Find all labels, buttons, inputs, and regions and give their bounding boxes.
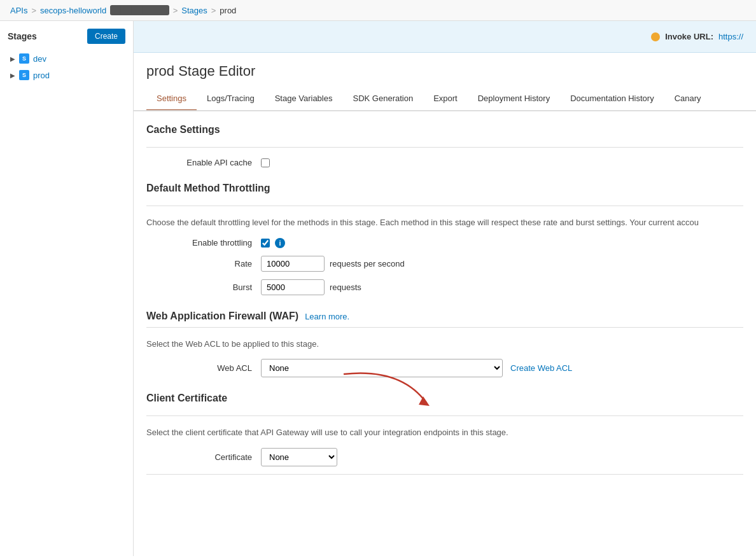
sidebar-label-prod: prod [33, 71, 50, 80]
sidebar-item-prod[interactable]: ▶ S prod [0, 67, 133, 83]
sidebar-icon-dev: S [19, 53, 29, 64]
web-acl-select[interactable]: None [261, 359, 503, 377]
tab-logs-tracing[interactable]: Logs/Tracing [197, 87, 265, 111]
breadcrumb-stages[interactable]: Stages [181, 6, 207, 15]
throttling-divider [146, 206, 743, 206]
waf-title: Web Application Firewall (WAF) [146, 310, 298, 322]
enable-api-cache-control [261, 158, 270, 167]
tab-export[interactable]: Export [423, 87, 468, 111]
cache-settings-section: Cache Settings Enable API cache [146, 124, 743, 167]
breadcrumb-api-name[interactable]: secops-helloworld [40, 6, 106, 15]
enable-throttling-control: i [261, 238, 285, 248]
invoke-url-link[interactable]: https:// [718, 32, 743, 41]
certificate-row: Certificate None [146, 448, 743, 466]
certificate-bottom-divider [146, 474, 743, 475]
sidebar: Stages Create ▶ S dev ▶ S prod [0, 21, 134, 556]
breadcrumb-apis[interactable]: APIs [10, 6, 27, 15]
certificate-control: None [261, 448, 337, 466]
waf-header: Web Application Firewall (WAF) Learn mor… [146, 310, 743, 322]
certificate-label: Certificate [146, 452, 261, 462]
tab-deployment-history[interactable]: Deployment History [468, 87, 560, 111]
burst-input[interactable]: 5000 [261, 279, 325, 295]
enable-api-cache-label: Enable API cache [146, 158, 261, 167]
main-content: Invoke URL: https:// prod Stage Editor S… [134, 21, 756, 556]
burst-unit: requests [330, 282, 361, 292]
waf-section: Web Application Firewall (WAF) Learn mor… [146, 310, 743, 378]
web-acl-label: Web ACL [146, 363, 261, 373]
burst-row: Burst 5000 requests [146, 279, 743, 295]
sidebar-item-dev[interactable]: ▶ S dev [0, 50, 133, 67]
web-acl-row: Web ACL None Create Web ACL [146, 359, 743, 377]
rate-control: 10000 requests per second [261, 256, 405, 272]
enable-throttling-label: Enable throttling [146, 238, 261, 248]
waf-description: Select the Web ACL to be applied to this… [146, 338, 743, 351]
burst-control: 5000 requests [261, 279, 361, 295]
content-area: Cache Settings Enable API cache Default … [134, 111, 756, 503]
rate-unit: requests per second [330, 259, 405, 269]
sidebar-arrow-dev: ▶ [10, 55, 15, 62]
sidebar-label-dev: dev [33, 54, 46, 64]
throttling-info-icon[interactable]: i [275, 238, 285, 248]
invoke-banner: Invoke URL: https:// [134, 21, 756, 53]
enable-api-cache-row: Enable API cache [146, 158, 743, 167]
sidebar-header: Stages Create [0, 29, 133, 50]
rate-input[interactable]: 10000 [261, 256, 325, 272]
certificate-divider [146, 415, 743, 416]
breadcrumb-bar: APIs > secops-helloworld █████████ > Sta… [0, 0, 756, 21]
tab-canary[interactable]: Canary [664, 87, 711, 111]
tab-stage-variables[interactable]: Stage Variables [265, 87, 343, 111]
tab-documentation-history[interactable]: Documentation History [560, 87, 664, 111]
sidebar-icon-prod: S [19, 70, 29, 80]
throttling-section: Default Method Throttling Choose the def… [146, 183, 743, 295]
certificate-select[interactable]: None [261, 448, 337, 466]
certificate-description: Select the client certificate that API G… [146, 426, 743, 439]
enable-api-cache-checkbox[interactable] [261, 158, 270, 167]
invoke-url-text: Invoke URL: [665, 32, 713, 41]
cache-settings-title: Cache Settings [146, 124, 743, 141]
enable-throttling-row: Enable throttling i [146, 238, 743, 248]
learn-more-link[interactable]: Learn more. [305, 312, 349, 321]
page-title: prod Stage Editor [146, 63, 743, 80]
tab-settings[interactable]: Settings [146, 87, 197, 111]
tab-sdk-generation[interactable]: SDK Generation [342, 87, 423, 111]
page-title-bar: prod Stage Editor [134, 53, 756, 80]
rate-row: Rate 10000 requests per second [146, 256, 743, 272]
web-acl-control: None Create Web ACL [261, 359, 572, 377]
breadcrumb-sep3: > [211, 6, 216, 15]
breadcrumb-redacted: █████████ [110, 5, 169, 15]
throttling-description: Choose the default throttling level for … [146, 216, 743, 229]
burst-label: Burst [146, 282, 261, 292]
enable-throttling-checkbox[interactable] [261, 239, 270, 248]
certificate-section: Client Certificate Select the client cer… [146, 393, 743, 475]
tabs: Settings Logs/Tracing Stage Variables SD… [134, 87, 756, 111]
cache-settings-divider [146, 147, 743, 148]
breadcrumb-sep2: > [173, 6, 178, 15]
breadcrumb-sep1: > [31, 6, 36, 15]
waf-divider [146, 327, 743, 328]
invoke-url-label: Invoke URL: https:// [651, 32, 743, 41]
invoke-status-dot [651, 32, 660, 41]
sidebar-arrow-prod: ▶ [10, 72, 15, 79]
breadcrumb-stage: prod [220, 6, 236, 15]
throttling-title: Default Method Throttling [146, 183, 743, 199]
create-button[interactable]: Create [87, 29, 125, 44]
sidebar-title: Stages [8, 31, 37, 41]
certificate-title: Client Certificate [146, 393, 743, 409]
rate-label: Rate [146, 259, 261, 269]
create-web-acl-link[interactable]: Create Web ACL [510, 363, 572, 373]
